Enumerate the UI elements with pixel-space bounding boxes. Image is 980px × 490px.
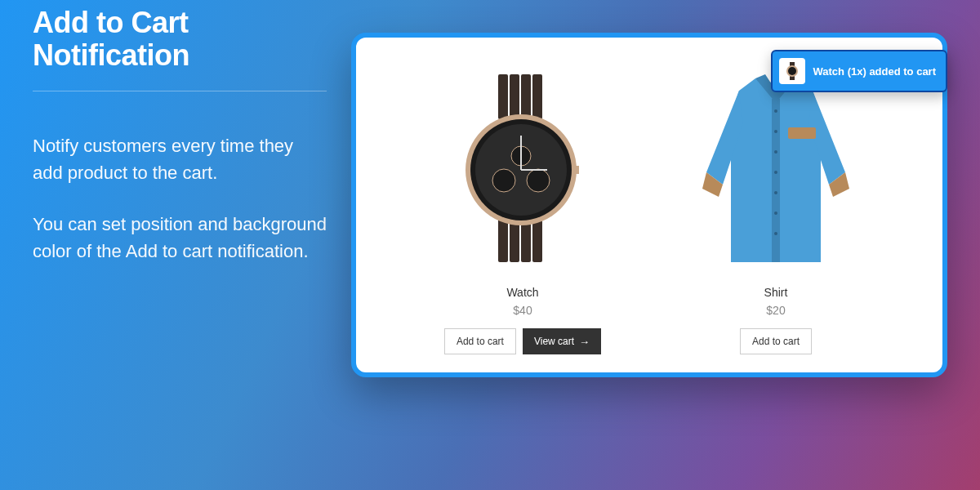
product-image-watch [433, 62, 612, 274]
svg-point-20 [774, 150, 777, 154]
svg-point-24 [774, 232, 777, 235]
title-line1: Add to Cart [33, 6, 188, 39]
product-price: $40 [513, 304, 532, 317]
product-card-watch: Watch $40 Add to cart View cart → [416, 62, 629, 354]
svg-rect-4 [498, 217, 508, 262]
product-panel: Watch $40 Add to cart View cart → [351, 33, 947, 377]
svg-rect-3 [532, 74, 542, 119]
product-name: Shirt [764, 286, 788, 299]
description-paragraph-2: You can set position and background colo… [33, 211, 327, 265]
product-price: $20 [766, 304, 785, 317]
watch-thumb-icon [782, 61, 802, 81]
view-cart-button[interactable]: View cart → [523, 328, 601, 354]
add-to-cart-toast[interactable]: Watch (1x) added to cart [771, 50, 947, 92]
watch-icon [445, 74, 600, 262]
product-name: Watch [506, 286, 538, 299]
svg-rect-7 [532, 217, 542, 262]
svg-rect-2 [521, 74, 531, 119]
svg-rect-25 [788, 127, 816, 139]
toast-message: Watch (1x) added to cart [813, 65, 936, 78]
svg-point-12 [527, 169, 550, 192]
page-title: Add to Cart Notification [33, 7, 327, 71]
svg-point-11 [492, 169, 515, 192]
svg-rect-0 [498, 74, 508, 119]
description-paragraph-1: Notify customers every time they add pro… [33, 132, 327, 186]
svg-point-18 [774, 109, 777, 113]
product-card-shirt: Shirt $20 Add to cart [670, 62, 882, 354]
divider [33, 91, 327, 91]
svg-point-21 [774, 171, 777, 174]
add-to-cart-button[interactable]: Add to cart [740, 328, 812, 354]
svg-point-29 [788, 67, 796, 75]
svg-point-23 [774, 212, 777, 215]
toast-thumbnail [779, 58, 805, 84]
product-image-shirt [686, 62, 866, 274]
add-to-cart-button[interactable]: Add to cart [444, 328, 516, 354]
shirt-icon [690, 66, 862, 270]
svg-point-19 [774, 130, 777, 133]
svg-rect-17 [772, 99, 780, 262]
title-line2: Notification [33, 38, 189, 72]
view-cart-label: View cart [534, 336, 574, 347]
svg-rect-16 [574, 166, 579, 174]
svg-rect-1 [510, 74, 519, 119]
arrow-right-icon: → [579, 336, 590, 348]
svg-point-22 [774, 191, 777, 194]
